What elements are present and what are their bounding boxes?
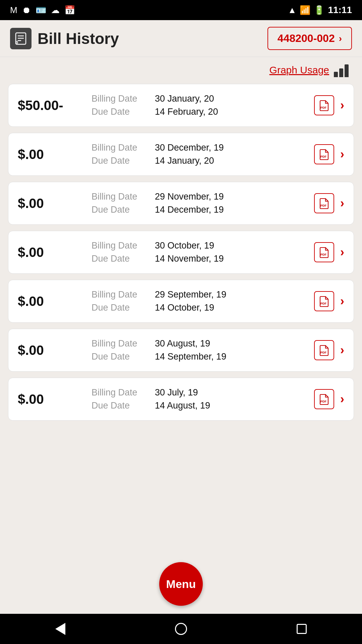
pdf-icon[interactable]: PDF (314, 291, 334, 311)
bar-1 (334, 72, 338, 77)
bill-actions: PDF › (314, 340, 344, 360)
account-chevron-icon: › (339, 33, 342, 44)
bill-card[interactable]: $.00 Billing Date 30 July, 19 Due Date 1… (8, 378, 354, 421)
bills-list: $50.00- Billing Date 30 January, 20 Due … (0, 80, 362, 556)
bill-dates: Billing Date 30 January, 20 Due Date 14 … (92, 94, 314, 117)
due-date-value: 14 October, 19 (155, 303, 214, 313)
pdf-icon[interactable]: PDF (314, 242, 334, 262)
bill-amount: $.00 (18, 147, 92, 162)
billing-date-row: Billing Date 30 August, 19 (92, 338, 314, 349)
svg-text:PDF: PDF (320, 204, 327, 207)
bill-card[interactable]: $.00 Billing Date 29 November, 19 Due Da… (8, 182, 354, 225)
due-date-label: Due Date (92, 107, 150, 117)
svg-text:PDF: PDF (320, 253, 327, 256)
bill-amount: $.00 (18, 343, 92, 358)
billing-date-label: Billing Date (92, 289, 150, 300)
calendar-icon: 📅 (64, 5, 75, 15)
bill-card[interactable]: $.00 Billing Date 30 December, 19 Due Da… (8, 133, 354, 176)
bill-dates: Billing Date 30 July, 19 Due Date 14 Aug… (92, 387, 314, 411)
pdf-icon[interactable]: PDF (314, 95, 334, 115)
bill-amount: $.00 (18, 245, 92, 260)
status-time: 11:11 (328, 5, 352, 15)
billing-date-value: 30 July, 19 (155, 387, 198, 398)
bill-chevron-icon: › (340, 343, 344, 357)
status-icons-right: ▲ 📶 🔋 11:11 (288, 5, 352, 15)
due-date-value: 14 September, 19 (155, 352, 226, 362)
billing-date-value: 30 October, 19 (155, 240, 214, 251)
bill-actions: PDF › (314, 193, 344, 213)
svg-text:PDF: PDF (320, 155, 327, 158)
account-number-button[interactable]: 448200-002 › (267, 27, 352, 50)
bill-amount: $.00 (18, 392, 92, 407)
svg-text:PDF: PDF (320, 351, 327, 354)
svg-text:$: $ (16, 40, 18, 44)
billing-date-value: 29 November, 19 (155, 192, 224, 202)
back-icon (55, 623, 65, 635)
due-date-value: 14 November, 19 (155, 254, 224, 264)
pdf-icon[interactable]: PDF (314, 144, 334, 164)
svg-text:PDF: PDF (320, 302, 327, 305)
graph-usage-link[interactable]: Graph Usage (269, 64, 329, 76)
bill-chevron-icon: › (340, 392, 344, 406)
due-date-row: Due Date 14 December, 19 (92, 205, 314, 215)
pdf-icon[interactable]: PDF (314, 340, 334, 360)
billing-date-label: Billing Date (92, 192, 150, 202)
bill-card[interactable]: $.00 Billing Date 29 September, 19 Due D… (8, 280, 354, 323)
bill-card[interactable]: $.00 Billing Date 30 October, 19 Due Dat… (8, 231, 354, 274)
due-date-label: Due Date (92, 303, 150, 313)
bill-dates: Billing Date 29 September, 19 Due Date 1… (92, 289, 314, 313)
signal-icon: 📶 (300, 5, 310, 15)
bill-dates: Billing Date 30 December, 19 Due Date 14… (92, 143, 314, 166)
billing-date-label: Billing Date (92, 94, 150, 104)
battery-icon: 🔋 (314, 5, 324, 15)
recent-apps-icon (297, 624, 307, 634)
app-header: $ Bill History 448200-002 › (0, 20, 362, 57)
due-date-label: Due Date (92, 400, 150, 411)
bill-actions: PDF › (314, 95, 344, 115)
bill-actions: PDF › (314, 144, 344, 164)
due-date-row: Due Date 14 November, 19 (92, 254, 314, 264)
bar-2 (339, 68, 343, 77)
bar-3 (345, 64, 349, 77)
page-title: Bill History (38, 30, 119, 48)
bill-dates: Billing Date 30 August, 19 Due Date 14 S… (92, 338, 314, 362)
nav-bar (0, 614, 362, 644)
cloud-icon: ☁ (51, 5, 60, 15)
bill-actions: PDF › (314, 291, 344, 311)
back-button[interactable] (47, 615, 74, 642)
bill-card[interactable]: $.00 Billing Date 30 August, 19 Due Date… (8, 329, 354, 372)
billing-date-value: 30 August, 19 (155, 338, 210, 349)
graph-usage-bar: Graph Usage (0, 57, 362, 80)
due-date-label: Due Date (92, 156, 150, 166)
bill-chevron-icon: › (340, 294, 344, 308)
due-date-label: Due Date (92, 254, 150, 264)
header-left: $ Bill History (10, 28, 119, 49)
bill-dates: Billing Date 30 October, 19 Due Date 14 … (92, 240, 314, 264)
bill-actions: PDF › (314, 242, 344, 262)
menu-button[interactable]: Menu (159, 562, 203, 606)
bill-chevron-icon: › (340, 245, 344, 259)
billing-date-row: Billing Date 30 December, 19 (92, 143, 314, 153)
home-button[interactable] (168, 615, 194, 642)
due-date-label: Due Date (92, 352, 150, 362)
recent-apps-button[interactable] (288, 615, 315, 642)
bill-chevron-icon: › (340, 196, 344, 210)
home-icon (175, 623, 187, 635)
menu-container: Menu (0, 556, 362, 614)
billing-date-row: Billing Date 29 September, 19 (92, 289, 314, 300)
pdf-icon[interactable]: PDF (314, 193, 334, 213)
bill-chevron-icon: › (340, 147, 344, 161)
due-date-value: 14 February, 20 (155, 107, 218, 117)
pdf-icon[interactable]: PDF (314, 389, 334, 409)
billing-date-label: Billing Date (92, 338, 150, 349)
gmail-icon: M (10, 5, 17, 15)
bill-dates: Billing Date 29 November, 19 Due Date 14… (92, 192, 314, 215)
status-icons-left: M ⏺ 🪪 ☁ 📅 (10, 5, 75, 15)
billing-date-value: 30 December, 19 (155, 143, 224, 153)
bill-amount: $.00 (18, 294, 92, 309)
bill-card[interactable]: $50.00- Billing Date 30 January, 20 Due … (8, 84, 354, 127)
billing-date-row: Billing Date 30 July, 19 (92, 387, 314, 398)
record-icon: ⏺ (22, 5, 31, 15)
billing-date-row: Billing Date 29 November, 19 (92, 192, 314, 202)
bill-actions: PDF › (314, 389, 344, 409)
